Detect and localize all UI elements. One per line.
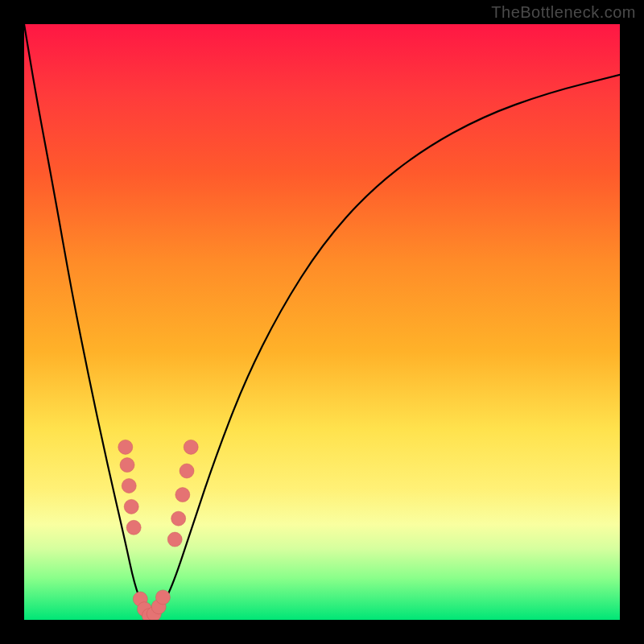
marker-dot xyxy=(122,479,136,493)
marker-dot xyxy=(124,499,138,514)
marker-dot xyxy=(120,458,134,473)
plot-area xyxy=(24,24,620,620)
chart-frame: TheBottleneck.com xyxy=(0,0,644,644)
marker-dot xyxy=(118,440,133,454)
marker-dot xyxy=(184,440,198,454)
marker-dot xyxy=(155,590,170,605)
marker-dot xyxy=(171,511,186,526)
marker-group xyxy=(118,440,198,620)
marker-dot xyxy=(126,520,141,535)
curve-layer xyxy=(24,24,620,620)
marker-dot xyxy=(180,464,194,478)
marker-dot xyxy=(167,532,182,547)
attribution-label: TheBottleneck.com xyxy=(491,3,636,22)
marker-dot xyxy=(175,488,190,502)
bottleneck-curve xyxy=(24,24,620,615)
